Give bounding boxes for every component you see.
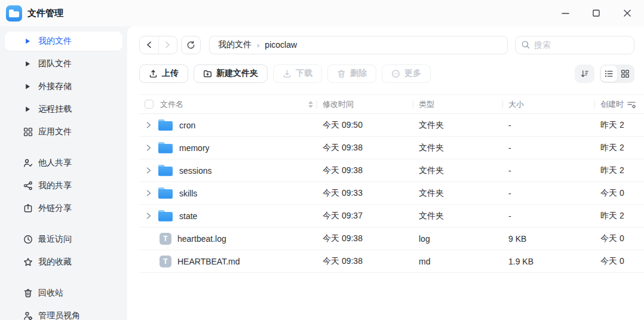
row-expand-chevron-icon[interactable] [143, 144, 154, 151]
view-toggle [600, 64, 634, 83]
navigation-bar: 我的文件 › picoclaw [139, 36, 634, 54]
app-folder-icon [6, 5, 22, 21]
sidebar-item-my-shares[interactable]: 我的共享 [5, 176, 122, 195]
share-box-arrow-icon [23, 204, 33, 214]
close-button[interactable] [619, 5, 636, 21]
maximize-button[interactable] [588, 5, 605, 21]
row-expand-chevron-icon[interactable] [143, 190, 154, 196]
sidebar-item-recycle-bin[interactable]: 回收站 [5, 284, 122, 303]
grid-view-button[interactable] [617, 66, 633, 82]
new-folder-icon [203, 69, 212, 78]
breadcrumb-separator-icon: › [257, 41, 259, 50]
sidebar-group-gap [5, 221, 122, 230]
sidebar-item-app-files[interactable]: 应用文件 [5, 122, 122, 141]
expand-triangle-icon [23, 82, 33, 92]
delete-label: 删除 [350, 68, 367, 79]
header-created: 创建时 [594, 99, 644, 110]
expand-triangle-icon [23, 59, 33, 69]
expand-triangle-icon [23, 104, 33, 115]
table-row[interactable]: T HEARTBEAT.md 今天 09:38 md 1.9 KB 今天 0 [139, 250, 644, 273]
expand-triangle-icon [23, 36, 33, 47]
delete-button[interactable]: 删除 [327, 64, 376, 83]
grid-icon [23, 127, 33, 137]
back-button[interactable] [140, 36, 159, 54]
titlebar: 文件管理 [0, 0, 644, 26]
row-expand-chevron-icon[interactable] [143, 167, 154, 174]
sidebar-item-remote-mount[interactable]: 远程挂载 [5, 100, 122, 119]
text-file-icon: T [160, 256, 171, 267]
breadcrumb-current: picoclaw [265, 40, 297, 50]
minimize-button[interactable] [557, 5, 574, 21]
header-size: 大小 [502, 99, 594, 110]
upload-label: 上传 [162, 68, 179, 79]
download-button[interactable]: 下载 [273, 64, 322, 83]
search-icon [522, 41, 530, 49]
download-label: 下载 [296, 68, 312, 79]
text-file-icon: T [160, 233, 171, 245]
header-modified: 修改时间 [317, 99, 413, 110]
sidebar-group-gap [5, 275, 122, 284]
main-panel: 我的文件 › picoclaw 上传 新建文件夹 下载 删除 [127, 26, 644, 320]
window-controls [557, 5, 638, 21]
sidebar-item-my-files[interactable]: 我的文件 [5, 32, 122, 51]
search-input[interactable] [534, 40, 628, 50]
table-row[interactable]: state 今天 09:37 文件夹 - 昨天 2 [139, 205, 644, 227]
folder-icon [158, 119, 173, 131]
table-row[interactable]: memory 今天 09:38 文件夹 - 昨天 2 [139, 137, 644, 159]
table-row[interactable]: skills 今天 09:33 文件夹 - 今天 0 [139, 182, 644, 205]
folder-icon [158, 210, 173, 222]
sidebar-item-admin-view[interactable]: 管理员视角 [5, 306, 122, 320]
share-nodes-icon [23, 181, 33, 191]
header-type: 类型 [413, 99, 502, 110]
search-box [515, 36, 634, 54]
sidebar-item-shared-by-others[interactable]: 他人共享 [5, 153, 122, 173]
sort-button[interactable] [575, 64, 594, 83]
header-name[interactable]: 文件名 [139, 99, 317, 110]
breadcrumb: 我的文件 › picoclaw [209, 36, 508, 54]
select-all-checkbox[interactable] [145, 100, 154, 109]
file-table: 文件名 修改时间 类型 大小 创建时 cron 今天 09:50 文件夹 [139, 94, 644, 273]
table-row[interactable]: cron 今天 09:50 文件夹 - 昨天 2 [139, 114, 644, 137]
sidebar-item-team-files[interactable]: 团队文件 [5, 54, 122, 73]
app-title: 文件管理 [27, 8, 63, 19]
sort-arrows-icon[interactable] [308, 101, 313, 108]
new-folder-label: 新建文件夹 [216, 68, 258, 79]
more-button[interactable]: 更多 [382, 64, 431, 83]
toolbar: 上传 新建文件夹 下载 删除 更多 [139, 64, 634, 82]
refresh-button[interactable] [181, 36, 201, 54]
upload-button[interactable]: 上传 [139, 64, 188, 83]
history-buttons [139, 36, 177, 54]
person-share-icon [23, 158, 33, 168]
sidebar-item-favorites[interactable]: 我的收藏 [5, 253, 122, 272]
clock-icon [23, 235, 33, 245]
forward-button[interactable] [159, 36, 177, 54]
column-settings-icon[interactable] [627, 100, 636, 109]
star-icon [23, 257, 33, 267]
more-label: 更多 [404, 68, 421, 79]
list-view-button[interactable] [601, 66, 617, 82]
folder-icon [158, 187, 173, 199]
sidebar-item-external-storage[interactable]: 外接存储 [5, 77, 122, 96]
table-header: 文件名 修改时间 类型 大小 创建时 [139, 94, 644, 114]
delete-trash-icon [337, 69, 346, 78]
table-row[interactable]: T heartbeat.log 今天 09:38 log 9 KB 今天 0 [139, 227, 644, 250]
table-row[interactable]: sessions 今天 09:38 文件夹 - 昨天 2 [139, 159, 644, 182]
breadcrumb-root[interactable]: 我的文件 [218, 39, 252, 50]
row-expand-chevron-icon[interactable] [143, 213, 154, 219]
sidebar-item-external-link-share[interactable]: 外链分享 [5, 199, 122, 218]
sidebar: 我的文件 团队文件 外接存储 远程挂载 应用文件 他人共享 我的共享 外链分享 … [0, 26, 127, 320]
admin-person-icon [23, 311, 33, 320]
row-expand-chevron-icon[interactable] [143, 122, 154, 128]
new-folder-button[interactable]: 新建文件夹 [194, 64, 268, 83]
upload-icon [149, 69, 158, 78]
download-icon [283, 69, 292, 78]
folder-icon [158, 164, 173, 177]
folder-icon [158, 141, 173, 154]
more-ellipsis-icon [391, 69, 400, 78]
sidebar-group-gap [5, 145, 122, 153]
trash-icon [23, 288, 33, 299]
sidebar-item-recent[interactable]: 最近访问 [5, 230, 122, 249]
